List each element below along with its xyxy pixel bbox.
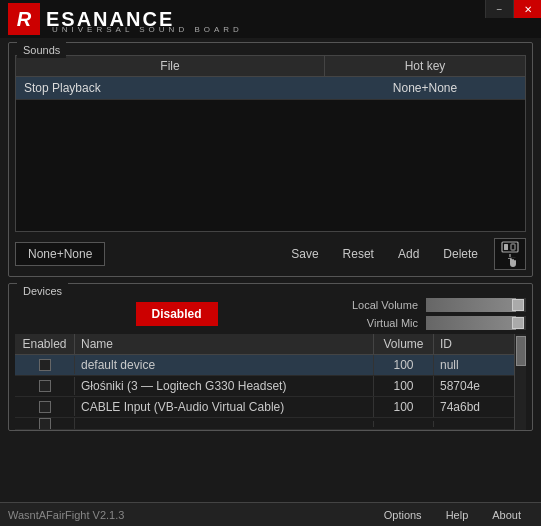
device-name-cell — [75, 421, 374, 427]
device-checkbox[interactable] — [39, 380, 51, 392]
devices-scroll-thumb[interactable] — [516, 336, 526, 366]
virtual-mic-label: Virtual Mic — [338, 317, 418, 329]
device-id-cell — [434, 421, 514, 427]
help-button[interactable]: Help — [434, 503, 481, 527]
devices-inner: Disabled Local Volume Virtual Mic — [9, 294, 532, 430]
main-content: Sounds File Hot key Stop Playback None+N… — [0, 38, 541, 435]
devices-table-header: Enabled Name Volume ID — [15, 334, 514, 355]
device-name-cell: Głośniki (3 — Logitech G330 Headset) — [75, 376, 374, 396]
bottom-bar: WasntAFairFight V2.1.3 Options Help Abou… — [0, 502, 541, 526]
about-button[interactable]: About — [480, 503, 533, 527]
device-name-cell: default device — [75, 355, 374, 375]
local-volume-thumb — [512, 299, 524, 311]
device-id-cell: 74a6bd — [434, 397, 514, 417]
hotkey-button[interactable]: None+None — [15, 242, 105, 266]
device-row[interactable]: CABLE Input (VB-Audio Virtual Cable) 100… — [15, 397, 514, 418]
sounds-row-file: Stop Playback — [16, 77, 325, 99]
logo-r-icon: R — [8, 3, 40, 35]
svg-rect-2 — [511, 244, 515, 250]
device-rows: default device 100 null Głośniki (3 — Lo… — [15, 355, 514, 430]
device-enabled-cell[interactable] — [15, 356, 75, 374]
col-volume-header: Volume — [374, 334, 434, 354]
col-id-header: ID — [434, 334, 514, 354]
col-enabled-header: Enabled — [15, 334, 75, 354]
minimize-button[interactable]: − — [485, 0, 513, 18]
device-volume-cell: 100 — [374, 376, 434, 396]
device-checkbox[interactable] — [39, 359, 51, 371]
col-name-header: Name — [75, 334, 374, 354]
device-checkbox[interactable] — [39, 401, 51, 413]
soundboard-icon-btn[interactable]: ☞ — [494, 238, 526, 270]
virtual-mic-row: Virtual Mic — [338, 316, 526, 330]
devices-table-wrapper: Enabled Name Volume ID default device 10… — [15, 334, 526, 430]
logo-sub: UNIVERSAL SOUND BOARD — [52, 25, 243, 34]
sounds-row-hotkey: None+None — [325, 77, 525, 99]
devices-table: Enabled Name Volume ID default device 10… — [15, 334, 514, 430]
device-row[interactable] — [15, 418, 514, 430]
device-row[interactable]: default device 100 null — [15, 355, 514, 376]
device-name-cell: CABLE Input (VB-Audio Virtual Cable) — [75, 397, 374, 417]
disabled-button[interactable]: Disabled — [136, 302, 218, 326]
device-volume-cell: 100 — [374, 355, 434, 375]
device-id-cell: null — [434, 355, 514, 375]
options-button[interactable]: Options — [372, 503, 434, 527]
device-id-cell: 58704e — [434, 376, 514, 396]
virtual-mic-slider[interactable] — [426, 316, 526, 330]
virtual-mic-thumb — [512, 317, 524, 329]
add-button[interactable]: Add — [390, 243, 427, 265]
devices-section-title: Devices — [17, 283, 68, 299]
sounds-controls: None+None Save Reset Add Delete ☞ — [15, 238, 526, 270]
sounds-inner: File Hot key Stop Playback None+None Non… — [9, 53, 532, 276]
sounds-col-file-header: File — [16, 56, 325, 76]
devices-scrollbar[interactable] — [514, 334, 526, 430]
soundboard-icon: ☞ — [501, 240, 519, 268]
local-volume-slider[interactable] — [426, 298, 526, 312]
sounds-row[interactable]: Stop Playback None+None — [16, 77, 525, 100]
app-version: WasntAFairFight V2.1.3 — [8, 509, 372, 521]
delete-button[interactable]: Delete — [435, 243, 486, 265]
sounds-section: Sounds File Hot key Stop Playback None+N… — [8, 42, 533, 277]
svg-rect-1 — [504, 244, 508, 250]
device-enabled-cell[interactable] — [15, 418, 75, 430]
device-checkbox[interactable] — [39, 418, 51, 430]
device-volume-cell: 100 — [374, 397, 434, 417]
local-volume-label: Local Volume — [338, 299, 418, 311]
local-volume-row: Local Volume — [338, 298, 526, 312]
local-volume-fill — [426, 298, 516, 312]
virtual-mic-fill — [426, 316, 516, 330]
save-button[interactable]: Save — [283, 243, 326, 265]
window-controls: − ✕ — [485, 0, 541, 18]
sounds-col-hotkey-header: Hot key — [325, 56, 525, 76]
sounds-table-header: File Hot key — [15, 55, 526, 77]
devices-top: Disabled Local Volume Virtual Mic — [15, 298, 526, 330]
devices-section: Devices Disabled Local Volume — [8, 283, 533, 431]
reset-button[interactable]: Reset — [335, 243, 382, 265]
device-row[interactable]: Głośniki (3 — Logitech G330 Headset) 100… — [15, 376, 514, 397]
title-bar: R ESANANCE UNIVERSAL SOUND BOARD − ✕ — [0, 0, 541, 38]
sounds-list: Stop Playback None+None — [15, 77, 526, 232]
close-button[interactable]: ✕ — [513, 0, 541, 18]
volume-controls: Local Volume Virtual Mic — [338, 298, 526, 330]
device-enabled-cell[interactable] — [15, 398, 75, 416]
sounds-section-title: Sounds — [17, 42, 66, 58]
device-enabled-cell[interactable] — [15, 377, 75, 395]
device-volume-cell — [374, 421, 434, 427]
